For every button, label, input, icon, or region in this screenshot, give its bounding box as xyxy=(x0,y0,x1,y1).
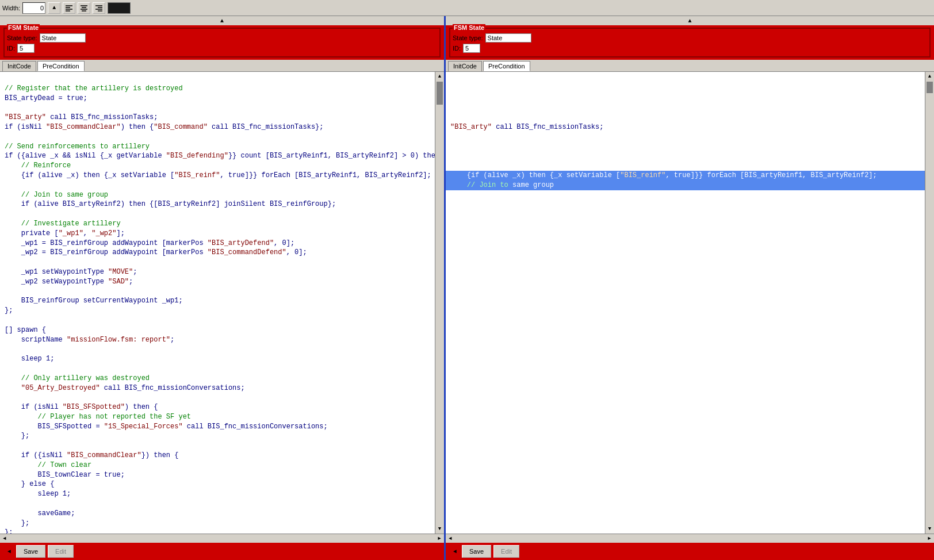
align-center-btn[interactable] xyxy=(78,2,90,14)
right-hscrollbar[interactable]: ◄ ► xyxy=(446,534,934,543)
left-hscrollbar[interactable]: ◄ ► xyxy=(0,534,444,543)
width-input[interactable] xyxy=(22,2,45,14)
right-vscrollbar[interactable]: ▲ ▼ xyxy=(925,72,934,534)
left-code-content: // Register that the artillery is destro… xyxy=(0,72,435,534)
left-fsm-title: FSM State xyxy=(7,24,40,31)
left-vscrollbar[interactable]: ▲ ▼ xyxy=(435,72,444,534)
right-tab-precondition[interactable]: PreCondition xyxy=(483,61,530,71)
align-right-btn[interactable] xyxy=(93,2,105,14)
right-state-type-label: State type: xyxy=(453,34,483,41)
left-id-value[interactable]: 5 xyxy=(17,44,35,53)
right-fsm-state-box: FSM State State type: State ID: 5 xyxy=(446,25,934,60)
right-tab-initcode[interactable]: InitCode xyxy=(448,61,482,71)
right-id-row: ID: 5 xyxy=(453,44,927,53)
right-fsm-state-border: FSM State State type: State ID: 5 xyxy=(449,28,931,57)
left-code-area[interactable]: // Register that the artillery is destro… xyxy=(0,72,444,534)
main-area: ▲ FSM State State type: State ID: 5 Init… xyxy=(0,16,934,560)
right-state-type-value[interactable]: State xyxy=(485,33,531,43)
right-bottom-scroll[interactable]: ◄ xyxy=(450,547,460,556)
left-save-btn[interactable]: Save xyxy=(16,545,45,558)
right-code-area[interactable]: "BIS_arty" call BIS_fnc_missionTasks; {i… xyxy=(446,72,934,534)
right-panel: ▲ FSM State State type: State ID: 5 Init… xyxy=(446,16,934,560)
right-code-content: "BIS_arty" call BIS_fnc_missionTasks; {i… xyxy=(446,72,925,534)
right-scroll-top[interactable]: ▲ xyxy=(446,16,934,25)
right-id-value[interactable]: 5 xyxy=(463,44,480,53)
right-tab-bar: InitCode PreCondition xyxy=(446,60,934,72)
width-up-btn[interactable]: ▲ xyxy=(48,2,60,14)
right-id-label: ID: xyxy=(453,45,461,52)
top-toolbar: Width: ▲ xyxy=(0,0,934,16)
right-edit-btn[interactable]: Edit xyxy=(493,545,519,558)
left-tab-bar: InitCode PreCondition xyxy=(0,60,444,72)
left-id-label: ID: xyxy=(7,45,15,52)
left-bottom-scroll[interactable]: ◄ xyxy=(5,547,14,556)
color-picker[interactable] xyxy=(108,2,131,14)
left-fsm-state-border: FSM State State type: State ID: 5 xyxy=(3,28,441,57)
left-tab-precondition[interactable]: PreCondition xyxy=(37,61,85,71)
left-id-row: ID: 5 xyxy=(7,44,437,53)
left-panel: ▲ FSM State State type: State ID: 5 Init… xyxy=(0,16,446,560)
left-state-type-value[interactable]: State xyxy=(40,33,86,43)
left-bottom-toolbar: ◄ Save Edit xyxy=(0,543,444,560)
right-fsm-title: FSM State xyxy=(453,24,485,31)
left-fsm-state-box: FSM State State type: State ID: 5 xyxy=(0,25,444,60)
right-state-type-row: State type: State xyxy=(453,33,927,43)
right-save-btn[interactable]: Save xyxy=(462,545,491,558)
left-edit-btn[interactable]: Edit xyxy=(48,545,74,558)
align-left-btn[interactable] xyxy=(63,2,75,14)
width-label: Width: xyxy=(2,5,20,11)
left-state-type-label: State type: xyxy=(7,34,37,41)
left-state-type-row: State type: State xyxy=(7,33,437,43)
left-tab-initcode[interactable]: InitCode xyxy=(2,61,36,71)
right-bottom-toolbar: ◄ Save Edit xyxy=(446,543,934,560)
left-scroll-top[interactable]: ▲ xyxy=(0,16,444,25)
